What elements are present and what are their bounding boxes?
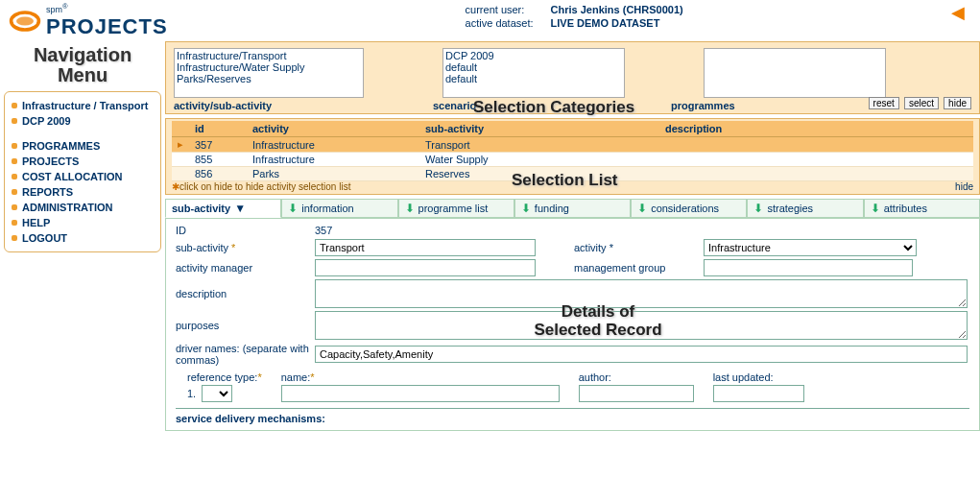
app-logo: spm® PROJECTS: [8, 2, 168, 39]
chevron-down-icon: ⬇: [288, 202, 298, 215]
activity-col-label: activity/sub-activity: [174, 100, 433, 111]
description-label: description: [176, 288, 315, 299]
description-input[interactable]: [315, 279, 968, 308]
tab-considerations[interactable]: ⬇considerations: [631, 199, 747, 218]
table-row[interactable]: ▸357InfrastructureTransport: [172, 137, 973, 153]
nav-projects[interactable]: PROJECTS: [9, 154, 156, 169]
activity-label: activity *: [574, 242, 704, 253]
driver-names-label: driver names: (separate with commas): [176, 343, 315, 366]
current-user-label: current user:: [458, 4, 541, 15]
tab-attributes[interactable]: ⬇attributes: [864, 199, 980, 218]
scenario-col-label: scenario: [433, 100, 671, 111]
purposes-label: purposes: [176, 320, 315, 331]
programmes-col-label: programmes: [671, 100, 735, 111]
chevron-down-icon: ▼: [234, 202, 246, 215]
nav-title: NavigationMenu: [4, 45, 161, 85]
ref-type-label: reference type:*: [187, 371, 262, 383]
programmes-listbox[interactable]: [704, 48, 886, 98]
scenario-listbox[interactable]: DCP 2009 default default: [442, 48, 625, 98]
service-delivery-label: service delivery mechanisms:: [176, 408, 969, 424]
activity-listbox[interactable]: Infrastructure/Transport Infrastructure/…: [174, 48, 364, 98]
chevron-down-icon: ⬇: [637, 202, 647, 215]
id-label: ID: [176, 225, 315, 236]
chevron-down-icon: ⬇: [871, 202, 880, 215]
selection-list-grid: id activity sub-activity description ▸35…: [165, 118, 980, 195]
reset-button[interactable]: reset: [869, 97, 899, 109]
chevron-down-icon: ⬇: [405, 202, 415, 215]
hide-selection-button[interactable]: hide: [944, 97, 971, 109]
nav-context-scenario[interactable]: DCP 2009: [9, 113, 156, 129]
ref-type-select[interactable]: [202, 385, 232, 402]
tab-programme-list[interactable]: ⬇programme list: [398, 199, 514, 218]
hide-grid-link[interactable]: hide: [955, 181, 973, 192]
tab-funding[interactable]: ⬇funding: [514, 199, 631, 218]
id-value: 357: [315, 225, 332, 236]
nav-cost-allocation[interactable]: COST ALLOCATION: [9, 169, 156, 184]
table-row[interactable]: 856ParksReserves: [172, 167, 973, 181]
current-user-value: Chris Jenkins (CHRS0001): [543, 4, 691, 15]
selection-categories: Infrastructure/Transport Infrastructure/…: [165, 41, 980, 114]
col-sub-activity[interactable]: sub-activity: [419, 121, 659, 137]
activity-select[interactable]: Infrastructure: [704, 239, 917, 256]
management-group-input[interactable]: [704, 259, 913, 276]
back-arrow-icon[interactable]: ◀: [951, 2, 965, 23]
select-button[interactable]: select: [904, 97, 939, 109]
ref-updated-label: last updated:: [713, 371, 804, 383]
ref-updated-input[interactable]: [713, 385, 804, 402]
nav-reports[interactable]: REPORTS: [9, 184, 156, 200]
nav-menu: Infrastructure / Transport DCP 2009 PROG…: [4, 91, 161, 252]
table-row[interactable]: 855InfrastructureWater Supply: [172, 153, 973, 167]
ref-author-input[interactable]: [579, 385, 694, 402]
tab-sub-activity[interactable]: sub-activity▼: [165, 199, 281, 218]
col-activity[interactable]: activity: [247, 121, 419, 137]
grid-hint: ✱click on hide to hide activity selectio…: [172, 181, 973, 192]
purposes-input[interactable]: [315, 311, 968, 340]
detail-tabs: sub-activity▼ ⬇information ⬇programme li…: [165, 199, 980, 218]
nav-help[interactable]: HELP: [9, 215, 156, 230]
ref-name-label: name:*: [281, 371, 560, 383]
nav-administration[interactable]: ADMINISTRATION: [9, 200, 156, 215]
chevron-down-icon: ⬇: [521, 202, 531, 215]
col-id[interactable]: id: [189, 121, 247, 137]
detail-panel: ID 357 sub-activity * activity * Infrast…: [165, 218, 980, 431]
ref-author-label: author:: [579, 371, 694, 383]
nav-context-activity[interactable]: Infrastructure / Transport: [9, 98, 156, 113]
driver-names-input[interactable]: [315, 346, 968, 363]
ref-name-input[interactable]: [281, 385, 560, 402]
chevron-down-icon: ⬇: [753, 202, 763, 215]
tab-strategies[interactable]: ⬇strategies: [747, 199, 863, 218]
tab-information[interactable]: ⬇information: [281, 199, 397, 218]
sub-activity-label: sub-activity *: [176, 242, 315, 253]
active-dataset-value: LIVE DEMO DATASET: [543, 17, 691, 29]
nav-programmes[interactable]: PROGRAMMES: [9, 138, 156, 154]
active-dataset-label: active dataset:: [458, 17, 541, 29]
svg-point-1: [16, 16, 34, 25]
activity-manager-input[interactable]: [315, 259, 536, 276]
sub-activity-input[interactable]: [315, 239, 536, 256]
management-group-label: management group: [574, 262, 704, 274]
ref-index: 1.: [187, 388, 196, 399]
activity-manager-label: activity manager: [176, 262, 315, 274]
nav-logout[interactable]: LOGOUT: [9, 230, 156, 246]
col-description[interactable]: description: [659, 121, 973, 137]
